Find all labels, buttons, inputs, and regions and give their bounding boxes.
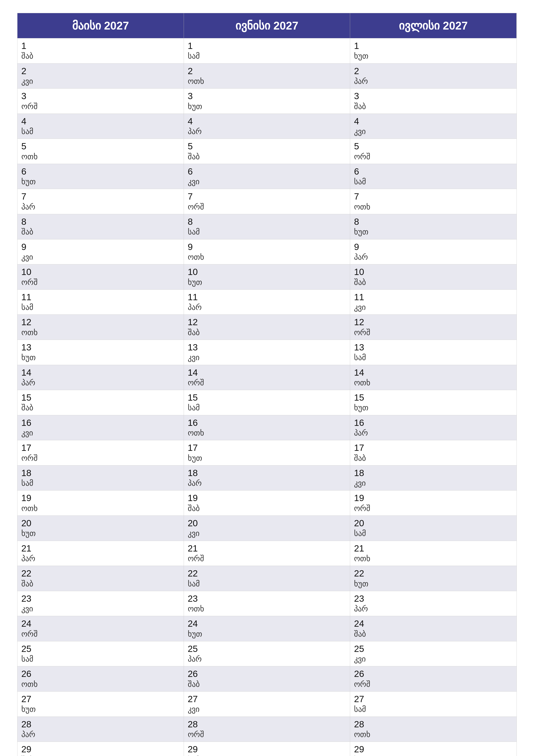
day-name: კვი: [354, 303, 513, 312]
day-name: სამ: [354, 528, 513, 538]
day-name: სამ: [354, 177, 513, 186]
day-name: ხუთ: [354, 579, 513, 588]
day-cell-m1-d22: 22სამ: [184, 566, 350, 591]
day-cell-m0-d11: 11სამ: [17, 289, 184, 315]
day-number: 24: [188, 618, 346, 629]
day-name: კვი: [188, 177, 346, 186]
day-cell-m2-d23: 23პარ: [350, 591, 517, 616]
day-cell-m0-d14: 14პარ: [17, 365, 184, 390]
day-name: ორშ: [21, 453, 180, 463]
day-name: კვი: [354, 127, 513, 136]
day-name: ოთხ: [354, 378, 513, 387]
day-number: 2: [21, 66, 180, 76]
day-number: 21: [188, 543, 346, 554]
day-cell-m2-d28: 28ოთხ: [350, 716, 517, 742]
day-name: სამ: [21, 303, 180, 312]
day-cell-m1-d25: 25პარ: [184, 641, 350, 666]
day-name: პარ: [21, 730, 180, 739]
day-cell-m0-d26: 26ოთხ: [17, 666, 184, 691]
day-number: 28: [354, 719, 513, 730]
month-header-may: მაისი 2027: [17, 13, 184, 38]
day-name: ხუთ: [21, 528, 180, 538]
day-name: ორშ: [354, 504, 513, 513]
month-header-jun: ივნისი 2027: [184, 13, 350, 38]
day-number: 21: [354, 543, 513, 554]
day-number: 27: [354, 694, 513, 705]
day-name: პარ: [354, 604, 513, 613]
day-cell-m2-d29: 29ხუთ: [350, 742, 517, 756]
day-name: პარ: [21, 202, 180, 211]
day-cell-m2-d5: 5ორშ: [350, 139, 517, 164]
day-name: ხუთ: [354, 755, 513, 756]
day-number: 6: [21, 166, 180, 177]
day-cell-m2-d2: 2პარ: [350, 63, 517, 89]
day-cell-m2-d8: 8ხუთ: [350, 214, 517, 239]
day-number: 15: [21, 392, 180, 403]
day-number: 7: [21, 191, 180, 202]
day-number: 28: [21, 719, 180, 730]
day-name: ორშ: [354, 152, 513, 161]
day-cell-m1-d11: 11პარ: [184, 289, 350, 315]
day-name: კვი: [354, 654, 513, 663]
day-cell-m1-d10: 10ხუთ: [184, 264, 350, 289]
day-number: 19: [354, 493, 513, 503]
day-number: 8: [188, 216, 346, 227]
day-number: 7: [354, 191, 513, 202]
day-number: 10: [354, 267, 513, 277]
day-name: ორშ: [21, 102, 180, 111]
day-cell-m0-d10: 10ორშ: [17, 264, 184, 289]
day-number: 15: [188, 392, 346, 403]
day-number: 17: [354, 443, 513, 453]
day-name: ხუთ: [354, 227, 513, 236]
day-name: ოთხ: [354, 202, 513, 211]
day-cell-m1-d18: 18პარ: [184, 465, 350, 491]
day-number: 5: [21, 141, 180, 152]
day-number: 11: [188, 292, 346, 303]
day-cell-m0-d6: 6ხუთ: [17, 164, 184, 189]
day-name: შაბ: [21, 227, 180, 236]
day-cell-m0-d4: 4სამ: [17, 114, 184, 139]
day-cell-m0-d17: 17ორშ: [17, 440, 184, 465]
day-name: ოთხ: [21, 680, 180, 689]
day-number: 25: [21, 643, 180, 654]
day-number: 11: [354, 292, 513, 303]
day-number: 18: [21, 468, 180, 478]
month-header-jul: ივლისი 2027: [350, 13, 517, 38]
day-name: კვი: [188, 353, 346, 362]
day-cell-m1-d21: 21ორშ: [184, 541, 350, 566]
day-name: ოთხ: [21, 152, 180, 161]
day-cell-m0-d9: 9კვი: [17, 239, 184, 264]
day-number: 2: [188, 66, 346, 76]
day-cell-m1-d4: 4პარ: [184, 114, 350, 139]
day-cell-m1-d24: 24ხუთ: [184, 616, 350, 641]
day-number: 14: [354, 367, 513, 378]
day-name: შაბ: [188, 152, 346, 161]
day-name: შაბ: [354, 278, 513, 287]
day-name: კვი: [21, 604, 180, 613]
day-cell-m0-d23: 23კვი: [17, 591, 184, 616]
day-cell-m2-d12: 12ორშ: [350, 314, 517, 339]
day-number: 19: [188, 493, 346, 503]
day-name: სამ: [188, 579, 346, 588]
day-name: სამ: [21, 654, 180, 663]
day-cell-m0-d25: 25სამ: [17, 641, 184, 666]
day-cell-m0-d3: 3ორშ: [17, 88, 184, 114]
day-number: 26: [188, 668, 346, 679]
day-cell-m2-d26: 26ორშ: [350, 666, 517, 691]
day-number: 3: [354, 91, 513, 101]
day-cell-m2-d7: 7ოთხ: [350, 189, 517, 214]
day-cell-m1-d5: 5შაბ: [184, 139, 350, 164]
day-name: სამ: [354, 353, 513, 362]
day-number: 8: [354, 216, 513, 227]
day-cell-m0-d24: 24ორშ: [17, 616, 184, 641]
day-name: ორშ: [21, 629, 180, 638]
day-cell-m2-d10: 10შაბ: [350, 264, 517, 289]
day-cell-m2-d22: 22ხუთ: [350, 566, 517, 591]
day-cell-m1-d3: 3ხუთ: [184, 88, 350, 114]
day-name: ოთხ: [21, 504, 180, 513]
day-number: 25: [354, 643, 513, 654]
day-number: 20: [354, 518, 513, 528]
day-name: ოთხ: [354, 554, 513, 563]
day-name: კვი: [188, 705, 346, 714]
day-number: 14: [188, 367, 346, 378]
